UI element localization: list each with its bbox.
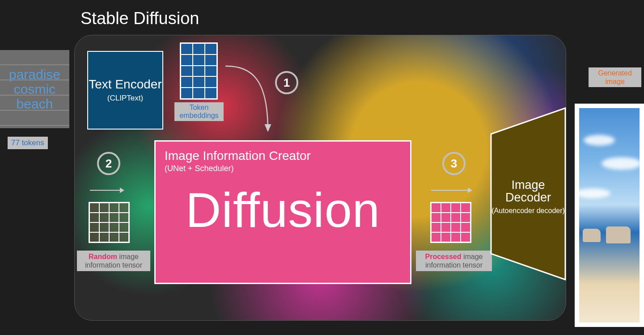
text-encoder-title: Text Encoder [89, 78, 161, 91]
generated-image-label: Generated image [589, 67, 641, 87]
diffusion-big-label: Diffusion [165, 181, 401, 238]
cloud-icon [584, 135, 615, 146]
text-encoder-block: Text Encoder (CLIPText) [87, 51, 163, 130]
random-tensor [89, 202, 130, 243]
input-prompt-panel: paradise cosmic beach [0, 50, 69, 128]
beach-illustration [579, 108, 640, 322]
diffusion-block: Image Information Creator (UNet + Schedu… [154, 140, 411, 284]
cloud-icon [602, 157, 640, 170]
rock-icon [583, 229, 601, 242]
prompt-line-2: cosmic [9, 82, 60, 96]
arrow-step-3 [431, 190, 471, 191]
arrow-step-2 [90, 190, 123, 191]
step-marker-2: 2 [97, 152, 120, 175]
diagram-title: Stable Diffusion [80, 9, 199, 28]
token-embeddings-tensor [180, 42, 218, 100]
text-encoder-subtitle: (CLIPText) [107, 94, 143, 103]
diffusion-heading: Image Information Creator [165, 149, 401, 163]
prompt-text: paradise cosmic beach [9, 67, 60, 111]
step-marker-3: 3 [442, 152, 466, 175]
decoder-subtitle: (Autoencoder decoder) [490, 207, 566, 215]
image-decoder-block: Image Decoder (Autoencoder decoder) [490, 107, 566, 281]
prompt-line-3: beach [9, 96, 60, 111]
arrow-step-1 [221, 53, 301, 138]
random-tensor-label: Random image information tensor [77, 251, 150, 271]
rock-icon [606, 226, 631, 243]
diffusion-subtitle: (UNet + Scheduler) [165, 164, 401, 173]
token-count-label: 77 tokens [8, 137, 48, 149]
decoder-title: Image Decoder [490, 179, 566, 204]
step-marker-1: 1 [275, 71, 298, 94]
prompt-line-1: paradise [9, 67, 60, 82]
processed-tensor-label: Processed image information tensor [416, 251, 492, 271]
cloud-icon [579, 188, 610, 198]
token-embeddings-label: Token embeddings [174, 102, 224, 121]
processed-tensor [430, 202, 471, 243]
generated-image-preview [575, 104, 644, 327]
